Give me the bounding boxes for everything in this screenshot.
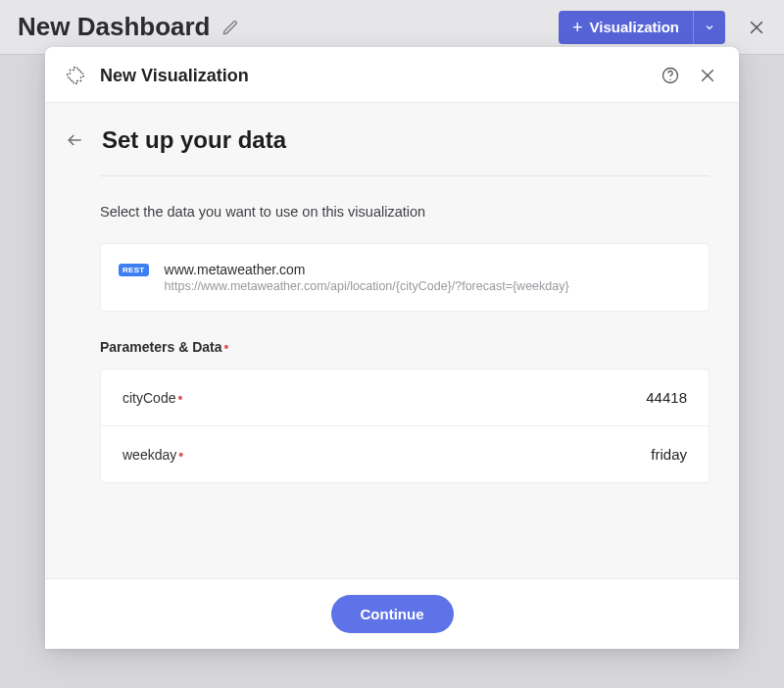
modal-footer: Continue	[45, 578, 739, 649]
data-source-card[interactable]: REST www.metaweather.com https://www.met…	[100, 243, 710, 312]
modal-body: Set up your data Select the data you wan…	[45, 103, 739, 578]
close-icon[interactable]	[698, 66, 717, 85]
body-title: Set up your data	[102, 126, 286, 154]
param-row[interactable]: cityCode• 44418	[101, 369, 709, 425]
help-icon[interactable]	[661, 66, 680, 85]
visualization-button-label: Visualization	[590, 19, 679, 35]
add-visualization-button[interactable]: + Visualization	[559, 11, 693, 44]
modal-title: New Visualization	[100, 66, 249, 86]
rest-badge: REST	[119, 264, 149, 276]
continue-button[interactable]: Continue	[331, 595, 454, 633]
required-indicator: •	[224, 339, 229, 355]
back-arrow-icon[interactable]	[65, 130, 84, 150]
visualization-dropdown-button[interactable]	[693, 11, 725, 44]
chevron-down-icon	[704, 22, 715, 33]
data-description: Select the data you want to use on this …	[100, 204, 710, 220]
page-title: New Dashboard	[18, 12, 211, 42]
data-source-host: www.metaweather.com	[165, 262, 691, 277]
modal-header: New Visualization	[45, 47, 739, 103]
param-row[interactable]: weekday• friday	[101, 425, 709, 482]
extension-icon	[65, 65, 86, 86]
data-source-url: https://www.metaweather.com/api/location…	[165, 279, 691, 293]
edit-icon[interactable]	[220, 18, 240, 37]
param-value: friday	[651, 446, 687, 463]
topbar-close-button[interactable]	[747, 18, 766, 37]
param-value: 44418	[646, 389, 687, 406]
params-heading: Parameters & Data•	[100, 339, 710, 355]
plus-icon: +	[572, 19, 583, 36]
params-table: cityCode• 44418 weekday• friday	[100, 369, 710, 483]
svg-point-3	[669, 78, 671, 80]
param-name: weekday•	[122, 447, 183, 463]
required-indicator: •	[177, 390, 182, 406]
param-name: cityCode•	[122, 390, 182, 406]
visualization-button-group: + Visualization	[559, 11, 725, 44]
required-indicator: •	[178, 447, 183, 463]
new-visualization-modal: New Visualization Set up your data	[45, 47, 739, 649]
